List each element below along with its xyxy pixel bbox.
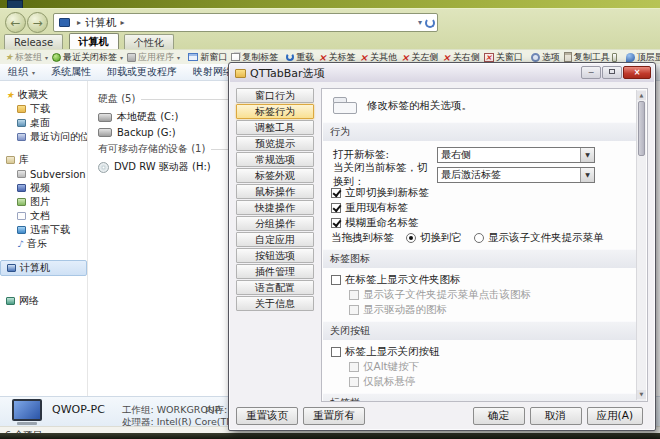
sidebar-item-recent-places[interactable]: 最近访问的位置 [0, 130, 87, 144]
sidebar-item-subversion[interactable]: Subversion [0, 167, 87, 181]
close-left-icon: × [401, 53, 409, 62]
nav-item-language[interactable]: 语言配置 [236, 280, 314, 295]
applications-button[interactable]: 应用程序▾ [125, 51, 182, 64]
gear-icon [531, 53, 540, 62]
music-note-icon: ♪ [17, 240, 23, 248]
sidebar-item-pictures[interactable]: 图片 [0, 195, 87, 209]
nav-item-groups[interactable]: 分组操作 [236, 216, 314, 231]
reuse-tab-checkbox-row: 重用现有标签 [331, 201, 631, 214]
tab-personalization[interactable]: 个性化 [124, 34, 174, 49]
checkbox-disabled [349, 362, 359, 372]
star-icon: ★ [5, 53, 13, 62]
taskbar-edge [0, 433, 660, 439]
sidebar-label: 计算机 [20, 261, 50, 275]
radio-selected[interactable] [406, 233, 416, 243]
checkbox-label: 显示该子文件夹提示菜单点击该图标 [363, 288, 531, 302]
back-button[interactable]: ← [5, 12, 26, 33]
checkbox-unchecked[interactable] [331, 275, 341, 285]
chevron-down-icon: ▾ [177, 54, 180, 61]
nav-item-shortcuts[interactable]: 快捷操作 [236, 200, 314, 215]
sidebar-item-downloads[interactable]: 下载 [0, 102, 87, 116]
address-bar[interactable]: ▸ 计算机 ▸ ▾ [53, 13, 438, 32]
sidebar-gap [0, 276, 87, 285]
sidebar-item-libraries[interactable]: 库 [0, 153, 87, 167]
system-properties-button[interactable]: 系统属性 [51, 65, 91, 79]
nav-item-tab-behavior[interactable]: 标签行为 [236, 104, 314, 119]
checkbox-checked[interactable] [331, 203, 341, 213]
checkbox-label: 仅Alt键按下 [363, 360, 419, 374]
on-close-switch-select[interactable]: 最后激活标签 ▼ [437, 167, 595, 183]
sidebar-label: 桌面 [30, 116, 50, 130]
reset-page-button[interactable]: 重置该页 [236, 407, 298, 425]
sidebar-item-computer[interactable]: 计算机 [0, 260, 87, 276]
close-others-icon: × [360, 53, 368, 62]
close-button[interactable]: × [623, 66, 651, 79]
sidebar-item-documents[interactable]: 文档 [0, 209, 87, 223]
nav-item-preview-tips[interactable]: 预览提示 [236, 136, 314, 151]
nav-item-plugins[interactable]: 插件管理 [236, 264, 314, 279]
checkbox-unchecked[interactable] [331, 347, 341, 357]
breadcrumb[interactable]: 计算机 [85, 16, 117, 30]
group-header-removable[interactable]: 有可移动存储的设备 (1) [98, 142, 228, 156]
nav-item-about[interactable]: 关于信息 [236, 296, 314, 311]
sidebar-item-favorites[interactable]: ★收藏夹 [0, 88, 87, 102]
subfolder-menu-icon-checkbox-row: 显示该子文件夹提示菜单点击该图标 [349, 288, 631, 301]
scroll-down-icon[interactable]: ▼ [637, 390, 646, 399]
scroll-up-icon[interactable]: ▲ [637, 91, 646, 100]
on-close-switch-row: 当关闭当前标签，切换到： 最后激活标签 ▼ [333, 166, 631, 183]
new-window-button[interactable]: 新窗口 [186, 51, 229, 64]
open-new-tab-label: 打开新标签: [333, 148, 437, 162]
toolbar-label: 最近关闭标签 [63, 51, 117, 64]
alt-only-checkbox-row: 仅Alt键按下 [349, 360, 631, 373]
nav-item-button-options[interactable]: 按钮选项 [236, 248, 314, 263]
dialog-scrollbar[interactable]: ▲ ▼ [636, 90, 646, 400]
cancel-button[interactable]: 取消 [530, 407, 582, 425]
scrollbar-thumb[interactable] [638, 101, 645, 156]
computer-icon [59, 18, 70, 27]
nav-item-window-behavior[interactable]: 窗口行为 [236, 88, 314, 103]
forward-button[interactable]: → [27, 12, 48, 33]
drive-label: DVD RW 驱动器 (H:) [114, 160, 211, 174]
folder-icon [17, 105, 26, 113]
sidebar-label: 下载 [30, 102, 50, 116]
desktop-icon [17, 119, 26, 127]
nav-item-tab-appearance[interactable]: 标签外观 [236, 168, 314, 183]
nav-item-general[interactable]: 常规选项 [236, 152, 314, 167]
slider-thumb[interactable] [612, 53, 617, 62]
sidebar-item-thunder-downloads[interactable]: 迅雷下载 [0, 223, 87, 237]
organize-button[interactable]: 组织▾ [8, 65, 35, 79]
checkbox-checked[interactable] [331, 188, 341, 198]
group-header-harddisks[interactable]: 硬盘 (5) [98, 92, 228, 106]
drag-over-tab-row: 当拖拽到标签 切换到它 显示该子文件夹提示菜单 [331, 231, 631, 244]
sidebar-item-network[interactable]: 网络 [0, 294, 87, 308]
qttabbar-options-dialog: QTTabBar选项 − × 窗口行为 标签行为 调整工具 预览提示 常规选项 … [228, 62, 656, 431]
library-icon [17, 170, 26, 178]
nav-item-tweaks[interactable]: 调整工具 [236, 120, 314, 135]
ok-button[interactable]: 确定 [473, 407, 525, 425]
minimize-button[interactable]: − [581, 66, 601, 79]
chevron-down-icon: ▾ [32, 69, 35, 76]
combo-arrow-button[interactable]: ▼ [580, 168, 594, 182]
checkbox-checked[interactable] [331, 218, 341, 228]
nav-item-custom-apps[interactable]: 自定应用 [236, 232, 314, 247]
sidebar-item-music[interactable]: ♪音乐 [0, 237, 87, 251]
refresh-icon[interactable] [425, 18, 435, 28]
section-tab-bar: 标签栏 [323, 393, 646, 402]
monitor-screen [14, 401, 40, 419]
recently-closed-button[interactable]: 最近关闭标签▾ [50, 51, 125, 64]
tab-groups-button[interactable]: ★标签组▾ [3, 51, 50, 64]
apply-button[interactable]: 应用(A) [587, 407, 643, 425]
nav-item-mouse-actions[interactable]: 鼠标操作 [236, 184, 314, 199]
reset-all-button[interactable]: 重置所有 [303, 407, 365, 425]
sidebar-item-videos[interactable]: 视频 [0, 181, 87, 195]
tab-computer-active[interactable]: 计算机 [69, 33, 119, 49]
sidebar-item-desktop[interactable]: 桌面 [0, 116, 87, 130]
open-new-tab-select[interactable]: 最右侧 ▼ [437, 147, 595, 163]
maximize-button[interactable] [602, 66, 622, 79]
tab-release[interactable]: Release [4, 34, 63, 49]
address-row: ← → ▸ 计算机 ▸ ▾ [0, 12, 660, 34]
address-dropdown-icon[interactable]: ▾ [418, 18, 422, 27]
uninstall-program-button[interactable]: 卸载或更改程序 [107, 65, 177, 79]
radio-unselected[interactable] [474, 233, 484, 243]
combo-arrow-button[interactable]: ▼ [580, 148, 594, 162]
